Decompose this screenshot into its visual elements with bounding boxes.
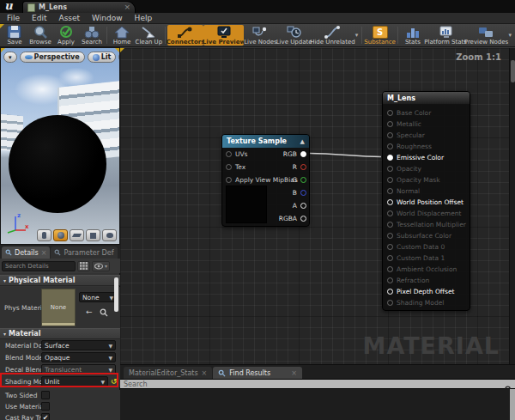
- pin-icon[interactable]: [387, 222, 393, 228]
- hide-unrelated-toggle[interactable]: Hide Unrelated: [312, 25, 354, 46]
- custom-mesh-button[interactable]: [102, 229, 117, 241]
- pin-icon[interactable]: [387, 188, 393, 194]
- pin-row-refraction[interactable]: Refraction: [383, 275, 470, 286]
- phys-material-dropdown[interactable]: None ▼: [79, 292, 117, 302]
- preview-nodes-button[interactable]: Preview Nodes: [465, 25, 506, 46]
- details-scrollbar[interactable]: [114, 277, 118, 312]
- pin-row-opacity[interactable]: Opacity: [383, 163, 470, 174]
- cast-ray-traced-checkbox[interactable]: ✔: [41, 413, 50, 420]
- pin-row-metallic[interactable]: Metallic: [383, 119, 470, 130]
- find-results-list[interactable]: [120, 389, 515, 420]
- menu-help[interactable]: Help: [135, 14, 153, 22]
- pin-row-custom-data-1[interactable]: Custom Data 1: [383, 253, 470, 264]
- property-matrix-button[interactable]: [77, 261, 90, 271]
- close-icon[interactable]: ×: [202, 369, 208, 377]
- pin-icon[interactable]: [387, 244, 393, 250]
- tab-details[interactable]: Details ×: [2, 247, 50, 259]
- pin-row-roughness[interactable]: Roughness: [383, 141, 470, 152]
- plane-shape-button[interactable]: [70, 229, 84, 241]
- tab-parameter-defaults[interactable]: Parameter Def: [51, 247, 117, 259]
- use-selected-asset-icon[interactable]: ←: [86, 307, 93, 316]
- graph-scrollbar[interactable]: [509, 48, 515, 364]
- search-button[interactable]: Search: [79, 25, 105, 46]
- m-lens-node-header[interactable]: M_Lens: [383, 92, 470, 104]
- output-pin-row[interactable]: RGBA: [268, 212, 309, 225]
- close-icon[interactable]: ×: [41, 249, 47, 257]
- blend-mode-dropdown[interactable]: Opaque ▼: [41, 352, 116, 362]
- live-nodes-toggle[interactable]: Live Nodes: [244, 25, 276, 46]
- collapse-node-icon[interactable]: ▲: [300, 138, 305, 145]
- output-r-pin-icon[interactable]: [300, 164, 306, 170]
- pin-icon[interactable]: [387, 289, 393, 295]
- pin-icon[interactable]: [387, 266, 393, 272]
- tab-material-editor-stats[interactable]: MaterialEditor_Stats ×: [124, 367, 212, 379]
- live-preview-toggle[interactable]: Live Preview: [203, 25, 244, 46]
- live-update-toggle[interactable]: Live Update: [276, 25, 312, 46]
- graph-scrollbar-thumb[interactable]: [511, 60, 515, 82]
- preview-viewport[interactable]: ▾ Perspective Lit Show z x: [0, 47, 120, 245]
- input-pin-icon[interactable]: [226, 177, 232, 183]
- section-physical-material[interactable]: ▾ Physical Material: [0, 275, 120, 286]
- preview-nodes-dropdown-icon[interactable]: ▾: [507, 32, 514, 39]
- output-pin-row[interactable]: A: [268, 199, 309, 212]
- pin-row-world-displacement[interactable]: World Displacement: [383, 208, 470, 219]
- section-material[interactable]: ▾ Material: [0, 328, 120, 339]
- pin-row-shading-model[interactable]: Shading Model: [383, 297, 470, 308]
- material-domain-dropdown[interactable]: Surface ▼: [41, 340, 116, 350]
- lit-button[interactable]: Lit: [88, 52, 117, 63]
- clean-up-button[interactable]: Clean Up: [135, 25, 163, 46]
- sphere-shape-button[interactable]: [53, 229, 68, 241]
- pin-icon[interactable]: [387, 300, 393, 306]
- input-pin-icon[interactable]: [226, 151, 232, 157]
- output-pin-row[interactable]: R: [268, 161, 309, 173]
- menu-asset[interactable]: Asset: [59, 14, 81, 22]
- tab-find-results[interactable]: Find Results ×: [213, 367, 302, 379]
- cube-shape-button[interactable]: [86, 229, 100, 241]
- pin-row-world-position-offset[interactable]: World Position Offset: [383, 197, 470, 208]
- platform-stats-button[interactable]: Platform Stats: [426, 25, 466, 46]
- output-rgba-pin-icon[interactable]: [300, 216, 306, 222]
- pin-row-normal[interactable]: Normal: [383, 186, 470, 197]
- pin-row-emissive-color[interactable]: Emissive Color: [383, 152, 470, 163]
- pin-icon[interactable]: [387, 255, 393, 261]
- browse-button[interactable]: Browse: [27, 25, 53, 46]
- pin-icon[interactable]: [387, 143, 393, 149]
- pin-row-specular[interactable]: Specular: [383, 130, 470, 141]
- connectors-toggle[interactable]: Connectors: [167, 25, 204, 46]
- use-material-checkbox[interactable]: [41, 402, 50, 411]
- home-button[interactable]: Home: [109, 25, 135, 46]
- pin-row-opacity-mask[interactable]: Opacity Mask: [383, 174, 470, 186]
- substance-button[interactable]: S Substance: [364, 25, 396, 46]
- texture-sample-node[interactable]: Texture Sample ▲ UVs Tex Apply View MipB…: [221, 134, 310, 227]
- viewport-options-button[interactable]: ▾: [3, 52, 17, 63]
- stats-button[interactable]: Stats: [400, 25, 426, 46]
- phys-material-thumbnail[interactable]: None: [41, 289, 76, 326]
- output-a-pin-icon[interactable]: [300, 203, 306, 209]
- material-graph-canvas[interactable]: Zoom 1:1 MATERIAL Texture Sample ▲ UVs T…: [120, 47, 515, 364]
- pin-row-base-color[interactable]: Base Color: [383, 107, 470, 119]
- pin-icon[interactable]: [387, 132, 393, 138]
- find-results-search-input[interactable]: [120, 380, 515, 388]
- tab-close-icon[interactable]: ×: [124, 3, 130, 11]
- browse-to-asset-icon[interactable]: [100, 308, 108, 317]
- save-button[interactable]: Save: [2, 25, 27, 46]
- perspective-button[interactable]: Perspective: [20, 52, 85, 63]
- menu-file[interactable]: File: [7, 14, 20, 22]
- pin-row-custom-data-0[interactable]: Custom Data 0: [383, 241, 470, 253]
- apply-button[interactable]: Apply: [53, 25, 79, 46]
- asset-tab-m-lens[interactable]: M_Lens ×: [22, 1, 136, 13]
- pin-icon[interactable]: [387, 277, 393, 283]
- input-pin-icon[interactable]: [226, 164, 232, 170]
- output-pin-row[interactable]: B: [268, 186, 309, 199]
- output-b-pin-icon[interactable]: [300, 190, 306, 196]
- pin-icon[interactable]: [387, 155, 393, 161]
- search-details-input[interactable]: [2, 261, 76, 271]
- pin-icon[interactable]: [387, 110, 393, 116]
- output-rgb-pin-icon[interactable]: [300, 151, 306, 157]
- two-sided-checkbox[interactable]: [41, 391, 50, 399]
- pin-icon[interactable]: [387, 177, 393, 183]
- close-icon[interactable]: ×: [291, 369, 297, 377]
- pin-icon[interactable]: [387, 199, 393, 205]
- pin-icon[interactable]: [387, 166, 393, 172]
- menu-window[interactable]: Window: [92, 14, 123, 22]
